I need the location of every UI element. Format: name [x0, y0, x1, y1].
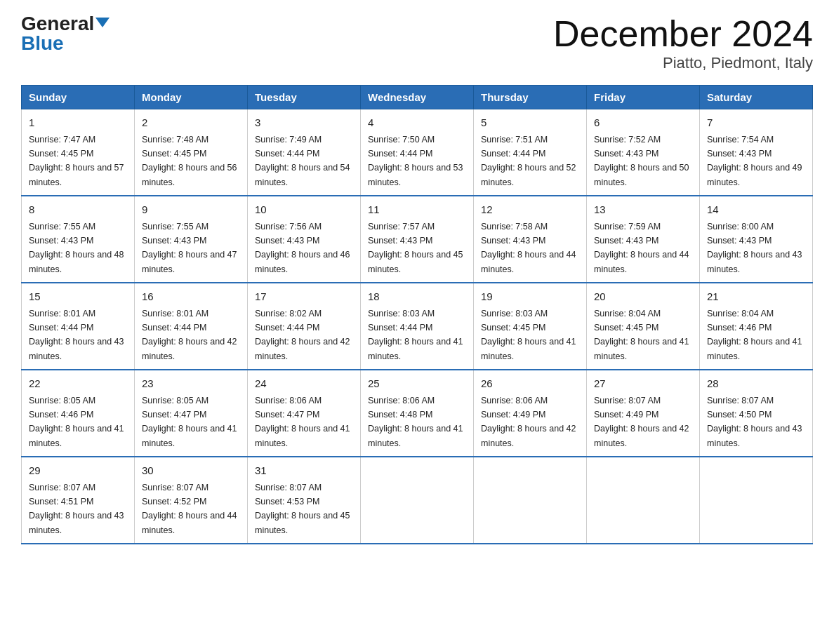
day-info: Sunrise: 8:04 AMSunset: 4:46 PMDaylight:…	[707, 309, 802, 361]
day-number: 26	[481, 376, 579, 392]
day-number: 13	[594, 202, 692, 218]
day-info: Sunrise: 8:07 AMSunset: 4:50 PMDaylight:…	[707, 396, 802, 448]
day-number: 28	[707, 376, 805, 392]
calendar-cell: 23 Sunrise: 8:05 AMSunset: 4:47 PMDaylig…	[135, 370, 248, 457]
day-info: Sunrise: 8:05 AMSunset: 4:47 PMDaylight:…	[142, 396, 237, 448]
calendar-title: December 2024	[553, 14, 813, 54]
calendar-title-block: December 2024 Piatto, Piedmont, Italy	[553, 14, 813, 72]
calendar-cell: 13 Sunrise: 7:59 AMSunset: 4:43 PMDaylig…	[587, 196, 700, 283]
day-number: 18	[368, 289, 466, 305]
logo-general-text: General	[21, 14, 94, 34]
day-number: 8	[29, 202, 127, 218]
day-number: 14	[707, 202, 805, 218]
day-number: 9	[142, 202, 240, 218]
calendar-week-row: 1 Sunrise: 7:47 AMSunset: 4:45 PMDayligh…	[22, 109, 813, 196]
calendar-cell: 9 Sunrise: 7:55 AMSunset: 4:43 PMDayligh…	[135, 196, 248, 283]
calendar-week-row: 29 Sunrise: 8:07 AMSunset: 4:51 PMDaylig…	[22, 457, 813, 544]
day-info: Sunrise: 8:03 AMSunset: 4:44 PMDaylight:…	[368, 309, 463, 361]
day-info: Sunrise: 8:01 AMSunset: 4:44 PMDaylight:…	[29, 309, 124, 361]
calendar-cell: 31 Sunrise: 8:07 AMSunset: 4:53 PMDaylig…	[248, 457, 361, 544]
day-number: 25	[368, 376, 466, 392]
day-info: Sunrise: 8:01 AMSunset: 4:44 PMDaylight:…	[142, 309, 237, 361]
day-info: Sunrise: 7:47 AMSunset: 4:45 PMDaylight:…	[29, 135, 124, 187]
day-of-week-header: Thursday	[474, 86, 587, 109]
day-of-week-header: Friday	[587, 86, 700, 109]
calendar-cell: 4 Sunrise: 7:50 AMSunset: 4:44 PMDayligh…	[361, 109, 474, 196]
calendar-header: SundayMondayTuesdayWednesdayThursdayFrid…	[22, 86, 813, 109]
day-number: 27	[594, 376, 692, 392]
day-info: Sunrise: 8:02 AMSunset: 4:44 PMDaylight:…	[255, 309, 350, 361]
day-info: Sunrise: 7:48 AMSunset: 4:45 PMDaylight:…	[142, 135, 237, 187]
calendar-cell: 26 Sunrise: 8:06 AMSunset: 4:49 PMDaylig…	[474, 370, 587, 457]
day-info: Sunrise: 8:00 AMSunset: 4:43 PMDaylight:…	[707, 222, 802, 274]
day-number: 15	[29, 289, 127, 305]
logo-triangle-icon	[95, 18, 110, 27]
calendar-week-row: 8 Sunrise: 7:55 AMSunset: 4:43 PMDayligh…	[22, 196, 813, 283]
calendar-cell	[361, 457, 474, 544]
calendar-cell: 18 Sunrise: 8:03 AMSunset: 4:44 PMDaylig…	[361, 283, 474, 370]
day-info: Sunrise: 7:57 AMSunset: 4:43 PMDaylight:…	[368, 222, 463, 274]
calendar-cell: 12 Sunrise: 7:58 AMSunset: 4:43 PMDaylig…	[474, 196, 587, 283]
page-header: General Blue December 2024 Piatto, Piedm…	[21, 14, 813, 72]
day-of-week-header: Monday	[135, 86, 248, 109]
calendar-cell: 27 Sunrise: 8:07 AMSunset: 4:49 PMDaylig…	[587, 370, 700, 457]
calendar-cell: 11 Sunrise: 7:57 AMSunset: 4:43 PMDaylig…	[361, 196, 474, 283]
day-number: 29	[29, 463, 127, 479]
calendar-cell: 29 Sunrise: 8:07 AMSunset: 4:51 PMDaylig…	[22, 457, 135, 544]
calendar-cell: 2 Sunrise: 7:48 AMSunset: 4:45 PMDayligh…	[135, 109, 248, 196]
calendar-cell: 16 Sunrise: 8:01 AMSunset: 4:44 PMDaylig…	[135, 283, 248, 370]
day-info: Sunrise: 7:55 AMSunset: 4:43 PMDaylight:…	[142, 222, 237, 274]
day-info: Sunrise: 7:55 AMSunset: 4:43 PMDaylight:…	[29, 222, 124, 274]
day-info: Sunrise: 8:07 AMSunset: 4:49 PMDaylight:…	[594, 396, 689, 448]
day-number: 22	[29, 376, 127, 392]
day-info: Sunrise: 8:04 AMSunset: 4:45 PMDaylight:…	[594, 309, 689, 361]
calendar-cell: 25 Sunrise: 8:06 AMSunset: 4:48 PMDaylig…	[361, 370, 474, 457]
calendar-subtitle: Piatto, Piedmont, Italy	[553, 54, 813, 72]
day-info: Sunrise: 7:59 AMSunset: 4:43 PMDaylight:…	[594, 222, 689, 274]
day-info: Sunrise: 8:07 AMSunset: 4:52 PMDaylight:…	[142, 483, 237, 535]
day-info: Sunrise: 7:54 AMSunset: 4:43 PMDaylight:…	[707, 135, 802, 187]
day-info: Sunrise: 8:07 AMSunset: 4:53 PMDaylight:…	[255, 483, 350, 535]
day-of-week-header: Sunday	[22, 86, 135, 109]
day-of-week-header: Saturday	[700, 86, 813, 109]
calendar-body: 1 Sunrise: 7:47 AMSunset: 4:45 PMDayligh…	[22, 109, 813, 544]
day-number: 11	[368, 202, 466, 218]
calendar-cell: 30 Sunrise: 8:07 AMSunset: 4:52 PMDaylig…	[135, 457, 248, 544]
day-info: Sunrise: 8:06 AMSunset: 4:48 PMDaylight:…	[368, 396, 463, 448]
day-number: 7	[707, 115, 805, 131]
day-of-week-header: Tuesday	[248, 86, 361, 109]
calendar-week-row: 15 Sunrise: 8:01 AMSunset: 4:44 PMDaylig…	[22, 283, 813, 370]
calendar-cell: 24 Sunrise: 8:06 AMSunset: 4:47 PMDaylig…	[248, 370, 361, 457]
calendar-cell: 21 Sunrise: 8:04 AMSunset: 4:46 PMDaylig…	[700, 283, 813, 370]
days-of-week-row: SundayMondayTuesdayWednesdayThursdayFrid…	[22, 86, 813, 109]
day-number: 12	[481, 202, 579, 218]
day-number: 20	[594, 289, 692, 305]
day-number: 16	[142, 289, 240, 305]
day-info: Sunrise: 7:58 AMSunset: 4:43 PMDaylight:…	[481, 222, 576, 274]
calendar-cell: 3 Sunrise: 7:49 AMSunset: 4:44 PMDayligh…	[248, 109, 361, 196]
day-number: 19	[481, 289, 579, 305]
calendar-cell: 1 Sunrise: 7:47 AMSunset: 4:45 PMDayligh…	[22, 109, 135, 196]
day-info: Sunrise: 8:06 AMSunset: 4:47 PMDaylight:…	[255, 396, 350, 448]
logo: General Blue	[21, 14, 110, 53]
day-number: 2	[142, 115, 240, 131]
calendar-cell: 17 Sunrise: 8:02 AMSunset: 4:44 PMDaylig…	[248, 283, 361, 370]
day-info: Sunrise: 7:51 AMSunset: 4:44 PMDaylight:…	[481, 135, 576, 187]
calendar-cell: 7 Sunrise: 7:54 AMSunset: 4:43 PMDayligh…	[700, 109, 813, 196]
day-number: 1	[29, 115, 127, 131]
calendar-cell	[474, 457, 587, 544]
day-number: 10	[255, 202, 353, 218]
calendar-cell: 22 Sunrise: 8:05 AMSunset: 4:46 PMDaylig…	[22, 370, 135, 457]
day-number: 30	[142, 463, 240, 479]
day-info: Sunrise: 7:52 AMSunset: 4:43 PMDaylight:…	[594, 135, 689, 187]
logo-blue-text: Blue	[21, 34, 64, 53]
day-number: 17	[255, 289, 353, 305]
day-info: Sunrise: 8:03 AMSunset: 4:45 PMDaylight:…	[481, 309, 576, 361]
calendar-cell: 19 Sunrise: 8:03 AMSunset: 4:45 PMDaylig…	[474, 283, 587, 370]
calendar-cell: 10 Sunrise: 7:56 AMSunset: 4:43 PMDaylig…	[248, 196, 361, 283]
calendar-cell: 15 Sunrise: 8:01 AMSunset: 4:44 PMDaylig…	[22, 283, 135, 370]
day-info: Sunrise: 7:49 AMSunset: 4:44 PMDaylight:…	[255, 135, 350, 187]
calendar-cell: 14 Sunrise: 8:00 AMSunset: 4:43 PMDaylig…	[700, 196, 813, 283]
day-number: 3	[255, 115, 353, 131]
day-of-week-header: Wednesday	[361, 86, 474, 109]
